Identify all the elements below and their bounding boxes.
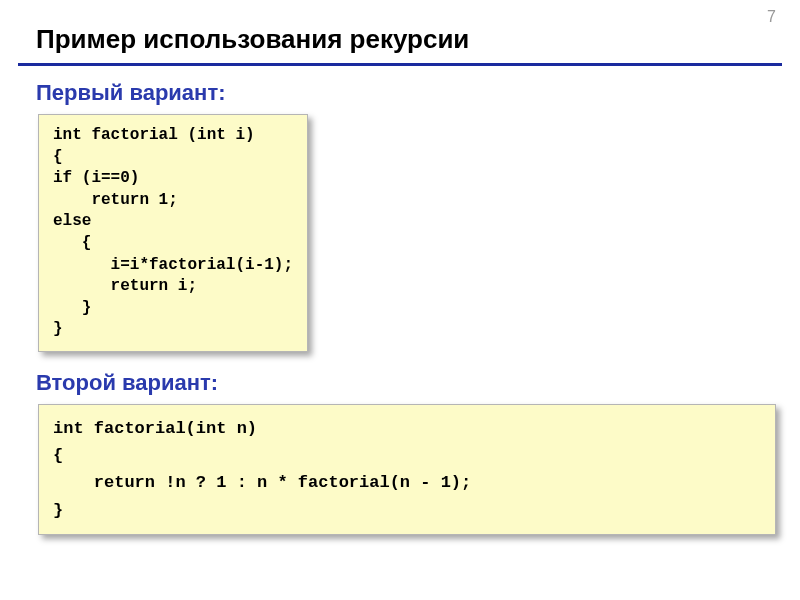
title-underline: [18, 63, 782, 66]
code-block-2: int factorial(int n) { return !n ? 1 : n…: [38, 404, 776, 535]
code-block-1-text: int factorial (int i) { if (i==0) return…: [53, 125, 293, 341]
variant1-label: Первый вариант:: [0, 76, 800, 114]
code-block-2-wrap: int factorial(int n) { return !n ? 1 : n…: [38, 404, 776, 535]
variant2-label: Второй вариант:: [0, 366, 800, 404]
page-number: 7: [767, 8, 776, 26]
code-block-2-text: int factorial(int n) { return !n ? 1 : n…: [53, 415, 761, 524]
slide-title: Пример использования рекурсии: [0, 0, 800, 63]
code-block-1: int factorial (int i) { if (i==0) return…: [38, 114, 308, 352]
code-block-1-wrap: int factorial (int i) { if (i==0) return…: [38, 114, 800, 352]
